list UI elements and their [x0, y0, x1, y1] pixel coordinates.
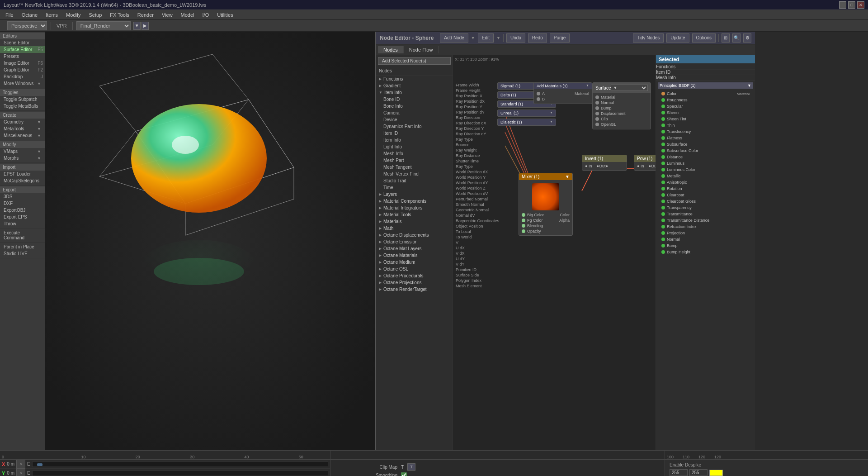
- category-mat-tools[interactable]: ▶Material Tools: [376, 211, 453, 218]
- close-button[interactable]: ✕: [857, 1, 864, 9]
- menu-items[interactable]: Items: [42, 11, 61, 19]
- studio-live-btn[interactable]: Studio LIVE: [0, 250, 45, 257]
- menu-setup[interactable]: Setup: [85, 11, 106, 19]
- menu-render[interactable]: Render: [134, 11, 157, 19]
- add-node-dropdown[interactable]: ▼: [471, 36, 475, 40]
- view-mode-select[interactable]: Perspective: [7, 21, 47, 30]
- category-oct-projections[interactable]: ▶Octane Projections: [376, 279, 453, 286]
- throw-btn[interactable]: Throw: [0, 220, 45, 227]
- more-windows-btn[interactable]: More Windows ▼: [0, 80, 45, 87]
- ne-fit-button[interactable]: ⊞: [722, 33, 730, 43]
- invert-node[interactable]: Invert (1) ● In●Out●: [582, 155, 627, 171]
- graph-editor-btn[interactable]: Graph Editor F2: [0, 67, 45, 73]
- menu-view[interactable]: View: [158, 11, 176, 19]
- add-selected-nodes-btn[interactable]: Add Selected Node(s): [378, 57, 451, 65]
- menu-model[interactable]: Model: [177, 11, 198, 19]
- geometry-btn[interactable]: Geometry ▼: [0, 119, 45, 125]
- dxf-btn[interactable]: DXF: [0, 200, 45, 207]
- x-timeline-track[interactable]: [32, 462, 328, 467]
- category-mat-integrators[interactable]: ▶Material Integrators: [376, 205, 453, 211]
- dialectic-node[interactable]: Dialectic (1)▼: [497, 119, 556, 126]
- viewport-3d[interactable]: Perspective: [45, 32, 375, 450]
- category-oct-disp[interactable]: ▶Octane Displacements: [376, 232, 453, 238]
- unreal-node[interactable]: Unreal (1)▼: [497, 109, 556, 117]
- surface-dropdown[interactable]: ▼: [611, 85, 648, 91]
- vmaps-btn[interactable]: VMaps ▼: [0, 148, 45, 155]
- node-item-info[interactable]: Item Info: [380, 137, 453, 143]
- menu-utilities[interactable]: Utilities: [213, 11, 236, 19]
- viewport-area[interactable]: Perspective: [45, 32, 375, 450]
- category-oct-osl[interactable]: ▶Octane OSL: [376, 266, 453, 272]
- undo-button[interactable]: Undo: [506, 33, 525, 43]
- add-materials-node[interactable]: Add Materials (1)▼ AMaterial B: [533, 82, 592, 104]
- edit-button[interactable]: Edit: [478, 33, 494, 43]
- node-bone-info[interactable]: Bone Info: [380, 103, 453, 109]
- category-oct-render-target[interactable]: ▶Octane RenderTarget: [376, 286, 453, 293]
- options-button[interactable]: Options: [692, 33, 716, 43]
- toggle-metaballs-btn[interactable]: Toggle MetaBalls: [0, 103, 45, 109]
- edit-dropdown[interactable]: ▼: [496, 36, 500, 40]
- purge-button[interactable]: Purge: [550, 33, 570, 43]
- tidy-nodes-button[interactable]: Tidy Nodes: [633, 33, 664, 43]
- render-expand-btn[interactable]: ▼: [133, 22, 141, 30]
- category-oct-procedurals[interactable]: ▶Octane Procedurals: [376, 272, 453, 279]
- category-gradient[interactable]: ▶Gradient: [376, 82, 453, 89]
- morphs-btn[interactable]: Morphs ▼: [0, 155, 45, 162]
- clip-map-btn[interactable]: T: [407, 463, 415, 471]
- minimize-button[interactable]: _: [839, 1, 846, 9]
- execute-command-btn[interactable]: Execute Command: [0, 229, 45, 241]
- node-studio-trait[interactable]: Studio Trait: [380, 177, 453, 184]
- color-swatch[interactable]: [709, 470, 723, 476]
- tab-nodes[interactable]: Nodes: [378, 46, 404, 53]
- node-light-info[interactable]: Light Info: [380, 143, 453, 150]
- scene-editor-btn[interactable]: Scene Editor: [0, 39, 45, 46]
- miscellaneous-btn[interactable]: Miscellaneous ▼: [0, 132, 45, 139]
- menu-octane[interactable]: Octane: [18, 11, 41, 19]
- pow-node[interactable]: Pow (1) ● In●Out●Pow: [634, 155, 656, 171]
- category-functions[interactable]: ▶Functions: [376, 76, 453, 82]
- node-mesh-part[interactable]: Mesh Part: [380, 157, 453, 164]
- export-obj-btn[interactable]: ExportOBJ: [0, 207, 45, 214]
- render-lock-btn[interactable]: ▶: [142, 22, 149, 30]
- y-timeline-track[interactable]: [32, 471, 328, 476]
- smoothing-checkbox[interactable]: [401, 472, 407, 476]
- category-mat-components[interactable]: ▶Material Components: [376, 198, 453, 205]
- y-key-btn[interactable]: ○: [16, 469, 25, 476]
- update-button[interactable]: Update: [666, 33, 689, 43]
- ne-search-button[interactable]: 🔍: [732, 33, 741, 43]
- node-mesh-info[interactable]: Mesh Info: [380, 150, 453, 157]
- node-bone-id[interactable]: Bone ID: [380, 96, 453, 103]
- mixer-node[interactable]: Mixer (1) ▼ Big ColorColor Fg ColorAlpha…: [519, 173, 573, 236]
- category-oct-emission[interactable]: ▶Octane Emission: [376, 238, 453, 245]
- x-key-btn[interactable]: ○: [16, 460, 25, 469]
- category-materials[interactable]: ▶Materials: [376, 218, 453, 225]
- node-dynamics-part-info[interactable]: Dynamics Part Info: [380, 123, 453, 130]
- node-mesh-tangent[interactable]: Mesh Tangent: [380, 164, 453, 171]
- category-layers[interactable]: ▶Layers: [376, 191, 453, 198]
- surface-node[interactable]: Surface ▼ Material Normal Bump Displacem…: [592, 82, 651, 129]
- maximize-button[interactable]: □: [848, 1, 855, 9]
- export-eps-btn[interactable]: Export EPS: [0, 214, 45, 220]
- category-item-info[interactable]: ▼Item Info Bone ID Bone Info Camera Devi…: [376, 89, 453, 191]
- node-mesh-vertex-find[interactable]: Mesh Vertex Find: [380, 171, 453, 177]
- toggle-subpatch-btn[interactable]: Toggle Subpatch: [0, 96, 45, 103]
- backdrop-btn[interactable]: Backdrop J: [0, 73, 45, 80]
- category-math[interactable]: ▶Math: [376, 225, 453, 232]
- node-device[interactable]: Device: [380, 116, 453, 123]
- ne-gear-button[interactable]: ⚙: [743, 33, 751, 43]
- rgb-input-2[interactable]: [689, 469, 708, 476]
- category-oct-materials[interactable]: ▶Octane Materials: [376, 252, 453, 259]
- node-item-id[interactable]: Item ID: [380, 130, 453, 137]
- menu-file[interactable]: File: [2, 11, 17, 19]
- rgb-input-1[interactable]: [670, 469, 688, 476]
- metatools-btn[interactable]: MetaTools ▼: [0, 125, 45, 132]
- epsf-loader-btn[interactable]: EPSF Loader: [0, 171, 45, 177]
- node-graph[interactable]: X: 31 Y: 138 Zoom: 91% Frame Width Frame…: [453, 55, 656, 450]
- node-time[interactable]: Time: [380, 184, 453, 191]
- menu-io[interactable]: I/O: [199, 11, 213, 19]
- presets-btn[interactable]: Presets: [0, 53, 45, 60]
- image-editor-btn[interactable]: Image Editor F6: [0, 60, 45, 67]
- category-oct-mat-layers[interactable]: ▶Octane Mat Layers: [376, 245, 453, 252]
- mocap-btn[interactable]: MoCapSkelegons: [0, 177, 45, 184]
- 3ds-btn[interactable]: 3DS: [0, 193, 45, 200]
